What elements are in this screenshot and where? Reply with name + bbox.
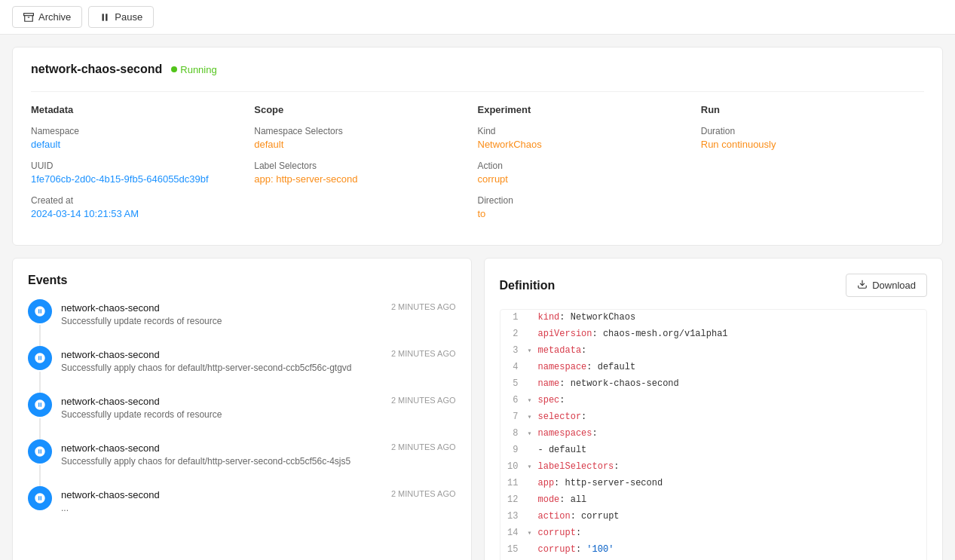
- line-number: 4: [500, 360, 528, 375]
- event-time: 2 MINUTES AGO: [382, 349, 456, 358]
- line-arrow-icon: ▾: [528, 461, 538, 473]
- timeline-line: [39, 372, 41, 393]
- line-content: kind: NetworkChaos: [538, 311, 927, 325]
- label-selectors-label: Label Selectors: [254, 161, 459, 171]
- code-line: 15 corrupt: '100': [500, 542, 927, 558]
- uuid-value: 1fe706cb-2d0c-4b15-9fb5-646055dc39bf: [31, 173, 236, 185]
- line-number: 6: [500, 393, 528, 408]
- line-content: namespace: default: [538, 360, 927, 375]
- line-number: 8: [500, 427, 528, 441]
- line-number: 2: [500, 327, 528, 341]
- duration-label: Duration: [701, 126, 906, 136]
- event-item: network-chaos-second2 MINUTES AGOSuccess…: [28, 299, 456, 346]
- event-description: Successfully update records of resource: [61, 316, 456, 326]
- code-line: 11 app: http-server-second: [500, 476, 927, 492]
- action-value: corrupt: [478, 173, 683, 185]
- label-selectors-row: Label Selectors app: http-server-second: [254, 161, 459, 185]
- archive-button[interactable]: Archive: [12, 6, 82, 28]
- metadata-title: Metadata: [31, 104, 236, 115]
- line-number: 7: [500, 410, 528, 424]
- timeline-line: [39, 325, 41, 346]
- scope-title: Scope: [254, 104, 459, 115]
- kind-row: Kind NetworkChaos: [478, 126, 683, 150]
- archive-icon: [23, 12, 34, 23]
- line-number: 12: [500, 493, 528, 507]
- event-name: network-chaos-second: [61, 302, 160, 314]
- timeline-line: [39, 465, 41, 486]
- line-content: corrupt:: [538, 526, 927, 540]
- pause-icon: [99, 12, 110, 23]
- code-line: 1kind: NetworkChaos: [500, 310, 927, 326]
- svg-rect-0: [24, 13, 34, 15]
- line-number: 13: [500, 510, 528, 524]
- status-dot-icon: [171, 66, 177, 72]
- events-container[interactable]: network-chaos-second2 MINUTES AGOSuccess…: [13, 299, 471, 513]
- action-row: Action corrupt: [478, 161, 683, 185]
- code-line: 12 mode: all: [500, 492, 927, 509]
- event-name: network-chaos-second: [61, 349, 160, 360]
- event-description: ...: [61, 503, 456, 513]
- line-number: 1: [500, 311, 528, 325]
- event-item: network-chaos-second2 MINUTES AGO...: [28, 486, 456, 513]
- event-icon: [28, 299, 52, 323]
- download-button[interactable]: Download: [846, 274, 927, 297]
- line-number: 9: [500, 443, 528, 457]
- definition-panel: Definition Download 1kind: NetworkChaos2…: [484, 258, 944, 560]
- action-label: Action: [478, 161, 683, 171]
- toolbar: Archive Pause: [0, 0, 955, 35]
- svg-rect-2: [103, 14, 104, 20]
- line-number: 3: [500, 344, 528, 358]
- kind-label: Kind: [478, 126, 683, 136]
- event-description: Successfully apply chaos for default/htt…: [61, 456, 456, 467]
- direction-value: to: [478, 208, 683, 219]
- line-content: mode: all: [538, 493, 927, 507]
- event-icon: [28, 393, 52, 417]
- namespace-value: default: [31, 139, 236, 150]
- line-arrow-icon: ▾: [528, 345, 538, 357]
- created-at-label: Created at: [31, 195, 236, 206]
- status-label: Running: [180, 64, 216, 75]
- line-number: 14: [500, 526, 528, 540]
- namespace-selectors-label: Namespace Selectors: [254, 126, 459, 136]
- direction-label: Direction: [478, 195, 683, 206]
- definition-header: Definition Download: [500, 274, 928, 297]
- line-arrow-icon: ▾: [528, 412, 538, 424]
- duration-row: Duration Run continuously: [701, 126, 906, 150]
- experiment-name: network-chaos-second: [31, 63, 162, 76]
- code-line: 5 name: network-chaos-second: [500, 376, 927, 393]
- event-time: 2 MINUTES AGO: [382, 396, 456, 405]
- events-title: Events: [13, 274, 471, 299]
- namespace-selectors-value: default: [254, 139, 459, 150]
- line-content: action: corrupt: [538, 510, 927, 524]
- code-line: 9 - default: [500, 442, 927, 459]
- experiment-section: Experiment Kind NetworkChaos Action corr…: [478, 104, 701, 230]
- event-description: Successfully update records of resource: [61, 409, 456, 420]
- event-icon: [28, 346, 52, 370]
- definition-title: Definition: [500, 279, 556, 292]
- event-item: network-chaos-second2 MINUTES AGOSuccess…: [28, 346, 456, 393]
- pause-button[interactable]: Pause: [88, 6, 154, 28]
- event-description: Successfully apply chaos for default/htt…: [61, 363, 456, 373]
- code-line: 3▾metadata:: [500, 343, 927, 360]
- kind-value: NetworkChaos: [478, 139, 683, 150]
- main-content: network-chaos-second Running Metadata Na…: [0, 35, 955, 560]
- direction-row: Direction to: [478, 195, 683, 219]
- download-icon: [857, 279, 868, 292]
- line-content: name: network-chaos-second: [538, 377, 927, 391]
- line-content: - default: [538, 443, 927, 457]
- namespace-label: Namespace: [31, 126, 236, 136]
- event-time: 2 MINUTES AGO: [382, 442, 456, 451]
- namespace-selectors-row: Namespace Selectors default: [254, 126, 459, 150]
- status-badge: Running: [171, 64, 216, 75]
- events-panel: Events network-chaos-second2 MINUTES AGO…: [12, 258, 472, 560]
- event-item: network-chaos-second2 MINUTES AGOSuccess…: [28, 439, 456, 486]
- line-content: metadata:: [538, 344, 927, 358]
- line-number: 5: [500, 377, 528, 391]
- namespace-row: Namespace default: [31, 126, 236, 150]
- run-section: Run Duration Run continuously: [701, 104, 924, 230]
- event-name: network-chaos-second: [61, 489, 160, 500]
- line-number: 15: [500, 543, 528, 557]
- line-arrow-icon: ▾: [528, 528, 538, 540]
- line-number: 10: [500, 460, 528, 474]
- code-line: 13 action: corrupt: [500, 509, 927, 525]
